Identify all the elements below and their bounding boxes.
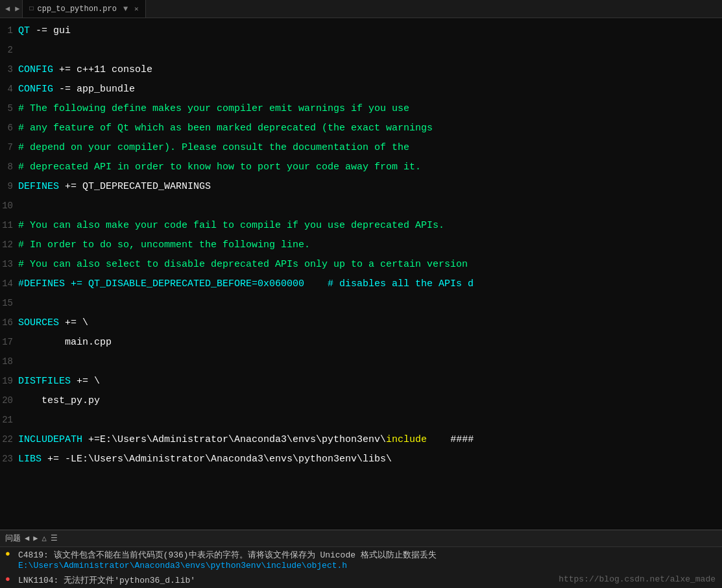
line-content: #DEFINES += QT_DISABLE_DEPRECATED_BEFORE… — [18, 275, 474, 294]
line-number: 5 — [0, 99, 18, 118]
code-line: 11# You can also make your code fail to … — [0, 215, 722, 235]
code-token: # In order to do so, uncomment the follo… — [18, 239, 310, 251]
line-number: 12 — [0, 235, 18, 254]
error-item-warning: ● C4819: 该文件包含不能在当前代码页(936)中表示的字符。请将该文件保… — [0, 547, 722, 572]
code-line: 20 test_py.py — [0, 391, 722, 410]
code-token: main.cpp — [18, 337, 112, 348]
code-line: 21 — [0, 410, 722, 430]
line-number: 19 — [0, 371, 18, 391]
line-number: 21 — [0, 410, 18, 430]
watermark: https://blog.csdn.net/alxe_made — [559, 574, 716, 584]
line-content: SOURCES += \ — [18, 313, 88, 333]
code-token: test_py.py — [18, 395, 100, 406]
line-number: 20 — [0, 391, 18, 410]
code-line: 2 — [0, 40, 722, 60]
line-number: 23 — [0, 449, 18, 469]
line-content: # depend on your compiler). Please consu… — [18, 138, 409, 158]
code-token: -= app_bundle — [53, 84, 135, 95]
line-number: 17 — [0, 332, 18, 352]
code-line: 8# deprecated API in order to know how t… — [0, 157, 722, 177]
tab-bar: ◀ ▶ □ cpp_to_python.pro ▼ ✕ — [0, 0, 722, 18]
nav-fwd-btn[interactable]: ▶ — [12, 4, 22, 14]
line-content: DEFINES += QT_DEPRECATED_WARNINGS — [18, 177, 211, 197]
code-token: += \ — [59, 317, 88, 328]
file-icon: □ — [29, 5, 33, 12]
code-token: #### — [427, 434, 474, 445]
code-token: # depend on your compiler). Please consu… — [18, 142, 409, 153]
code-editor: 1QT -= gui2 3CONFIG += c++11 console4CON… — [0, 18, 722, 530]
code-token: DISTFILES — [18, 376, 71, 387]
line-content: main.cpp — [18, 333, 112, 352]
line-content: # any feature of Qt which as been marked… — [18, 119, 433, 138]
code-token: QT — [18, 25, 30, 36]
line-content: CONFIG -= app_bundle — [18, 80, 135, 99]
code-line: 10 — [0, 196, 722, 215]
panel-nav-left[interactable]: ◀ — [25, 533, 29, 543]
line-number: 14 — [0, 274, 18, 293]
warning-icon: ● — [5, 549, 14, 559]
line-number: 4 — [0, 79, 18, 99]
code-token: += QT_DEPRECATED_WARNINGS — [59, 181, 211, 192]
code-line: 18 — [0, 352, 722, 371]
tab-label: cpp_to_python.pro — [37, 5, 116, 14]
code-line: 23LIBS += -LE:\Users\Administrator\Anaco… — [0, 449, 722, 469]
line-content: # In order to do so, uncomment the follo… — [18, 236, 310, 255]
code-token: CONFIG — [18, 84, 53, 95]
code-token: # deprecated API in order to know how to… — [18, 162, 421, 173]
code-token: # any feature of Qt which as been marked… — [18, 123, 433, 134]
code-line: 1QT -= gui — [0, 21, 722, 40]
code-line: 6# any feature of Qt which as been marke… — [0, 118, 722, 138]
line-content — [18, 41, 24, 60]
line-content: # deprecated API in order to know how to… — [18, 158, 421, 177]
line-content: INCLUDEPATH +=E:\Users\Administrator\Ana… — [18, 430, 474, 450]
code-token: DEFINES — [18, 181, 59, 192]
line-content: # You can also select to disable depreca… — [18, 255, 468, 275]
code-token: LIBS — [18, 454, 42, 465]
tab-dropdown-icon[interactable]: ▼ — [121, 5, 130, 14]
error-text-2: LNK1104: 无法打开文件'python36_d.lib' — [18, 574, 195, 586]
code-token: # You can also select to disable depreca… — [18, 259, 468, 270]
line-number: 10 — [0, 196, 18, 215]
code-token: += c++11 console — [53, 64, 152, 75]
panel-toolbar: 问题 ◀ ▶ △ ☰ — [0, 530, 722, 547]
line-number: 6 — [0, 118, 18, 138]
code-line: 9DEFINES += QT_DEPRECATED_WARNINGS — [0, 177, 722, 196]
code-token: CONFIG — [18, 64, 53, 75]
code-token: +=E:\Users\Administrator\Anaconda3\envs\… — [82, 434, 386, 445]
code-line: 14#DEFINES += QT_DISABLE_DEPRECATED_BEFO… — [0, 274, 722, 293]
code-line: 22INCLUDEPATH +=E:\Users\Administrator\A… — [0, 430, 722, 449]
code-token: += -LE:\Users\Administrator\Anaconda3\en… — [42, 454, 392, 465]
code-token: # The following define makes your compil… — [18, 103, 409, 114]
line-number: 15 — [0, 293, 18, 313]
line-number: 7 — [0, 138, 18, 157]
line-content — [18, 411, 24, 430]
line-number: 18 — [0, 352, 18, 371]
code-line: 4CONFIG -= app_bundle — [0, 79, 722, 99]
active-tab[interactable]: □ cpp_to_python.pro ▼ ✕ — [22, 0, 145, 18]
line-content: # The following define makes your compil… — [18, 99, 409, 119]
error-path-1: E:\Users\Administrator\Anaconda3\envs\py… — [18, 561, 437, 570]
code-token: include — [386, 434, 427, 445]
panel-tab-issues[interactable]: 问题 — [5, 533, 21, 544]
panel-warning-icon[interactable]: △ — [42, 533, 46, 543]
code-token: += \ — [71, 376, 100, 387]
code-line: 19DISTFILES += \ — [0, 371, 722, 391]
code-token: #DEFINES += QT_DISABLE_DEPRECATED_BEFORE… — [18, 278, 474, 289]
line-number: 11 — [0, 215, 18, 235]
code-token: SOURCES — [18, 317, 59, 328]
line-number: 8 — [0, 157, 18, 177]
panel-nav-right[interactable]: ▶ — [33, 533, 38, 543]
code-line: 13# You can also select to disable depre… — [0, 254, 722, 274]
line-number: 1 — [0, 21, 18, 40]
tab-close-btn[interactable]: ✕ — [134, 5, 139, 13]
nav-back-btn[interactable]: ◀ — [3, 4, 12, 14]
error-text-1: C4819: 该文件包含不能在当前代码页(936)中表示的字符。请将该文件保存为… — [18, 549, 437, 561]
panel-menu-icon[interactable]: ☰ — [51, 533, 58, 543]
line-content: CONFIG += c++11 console — [18, 60, 152, 80]
line-content — [18, 294, 24, 313]
line-content: LIBS += -LE:\Users\Administrator\Anacond… — [18, 450, 392, 469]
line-number: 16 — [0, 313, 18, 332]
line-content — [18, 197, 24, 216]
code-line: 15 — [0, 293, 722, 313]
code-line: 16SOURCES += \ — [0, 313, 722, 332]
